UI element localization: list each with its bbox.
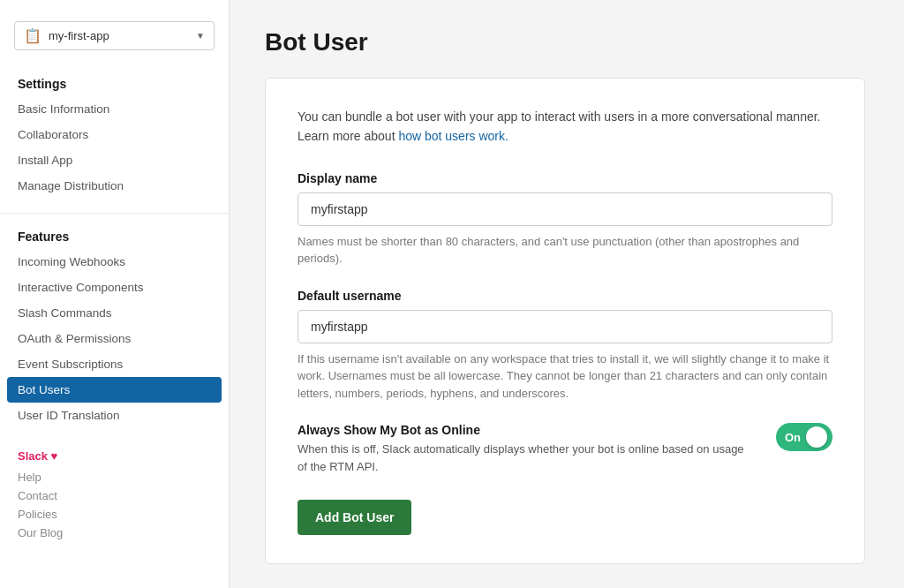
sidebar: 📋 my-first-app ▼ Settings Basic Informat… xyxy=(0,0,230,588)
card-intro: You can bundle a bot user with your app … xyxy=(298,107,832,147)
display-name-input[interactable] xyxy=(298,192,832,226)
sidebar-item-oauth-permissions[interactable]: OAuth & Permissions xyxy=(0,326,229,351)
sidebar-item-interactive-components[interactable]: Interactive Components xyxy=(0,275,229,300)
sidebar-item-user-id-translation[interactable]: User ID Translation xyxy=(0,403,229,428)
sidebar-item-incoming-webhooks[interactable]: Incoming Webhooks xyxy=(0,249,229,275)
features-nav: Incoming WebhooksInteractive ComponentsS… xyxy=(0,249,229,428)
main-content: Bot User You can bundle a bot user with … xyxy=(230,0,904,588)
add-bot-button[interactable]: Add Bot User xyxy=(298,500,411,535)
settings-section-label: Settings xyxy=(0,68,229,96)
app-icon: 📋 xyxy=(24,27,41,44)
how-bot-users-link[interactable]: how bot users work. xyxy=(398,129,508,143)
settings-nav: Basic InformationCollaboratorsInstall Ap… xyxy=(0,96,229,199)
sidebar-item-event-subscriptions[interactable]: Event Subscriptions xyxy=(0,351,229,377)
bot-user-card: You can bundle a bot user with your app … xyxy=(265,78,865,564)
features-section-label: Features xyxy=(0,221,229,249)
app-name: my-first-app xyxy=(49,29,189,42)
sidebar-item-slash-commands[interactable]: Slash Commands xyxy=(0,300,229,326)
footer-links: HelpContactPoliciesOur Blog xyxy=(18,468,211,542)
sidebar-footer: Slack ♥ HelpContactPoliciesOur Blog xyxy=(0,449,229,542)
display-name-hint: Names must be shorter than 80 characters… xyxy=(298,233,832,268)
footer-link-our-blog[interactable]: Our Blog xyxy=(18,524,211,542)
always-online-toggle[interactable]: On xyxy=(776,423,832,451)
sidebar-item-manage-distribution[interactable]: Manage Distribution xyxy=(0,173,229,199)
username-label: Default username xyxy=(298,289,832,303)
sidebar-item-collaborators[interactable]: Collaborators xyxy=(0,122,229,147)
sidebar-item-bot-users[interactable]: Bot Users xyxy=(7,377,222,403)
username-hint: If this username isn't available on any … xyxy=(298,351,832,403)
username-input[interactable] xyxy=(298,310,832,343)
footer-brand: Slack ♥ xyxy=(18,449,211,463)
footer-link-policies[interactable]: Policies xyxy=(18,505,211,524)
display-name-label: Display name xyxy=(298,171,832,185)
sidebar-divider xyxy=(0,213,229,214)
toggle-title: Always Show My Bot as Online xyxy=(298,423,757,437)
toggle-on-label: On xyxy=(785,431,801,444)
app-selector[interactable]: 📋 my-first-app ▼ xyxy=(14,21,215,50)
sidebar-item-install-app[interactable]: Install App xyxy=(0,147,229,173)
page-title: Bot User xyxy=(265,28,869,57)
footer-link-help[interactable]: Help xyxy=(18,468,211,486)
always-online-row: Always Show My Bot as Online When this i… xyxy=(298,423,832,475)
sidebar-item-basic-information[interactable]: Basic Information xyxy=(0,96,229,122)
footer-link-contact[interactable]: Contact xyxy=(18,486,211,505)
toggle-desc: When this is off, Slack automatically di… xyxy=(298,441,757,475)
chevron-down-icon: ▼ xyxy=(196,31,205,41)
toggle-knob xyxy=(806,426,827,448)
toggle-text: Always Show My Bot as Online When this i… xyxy=(298,423,757,475)
